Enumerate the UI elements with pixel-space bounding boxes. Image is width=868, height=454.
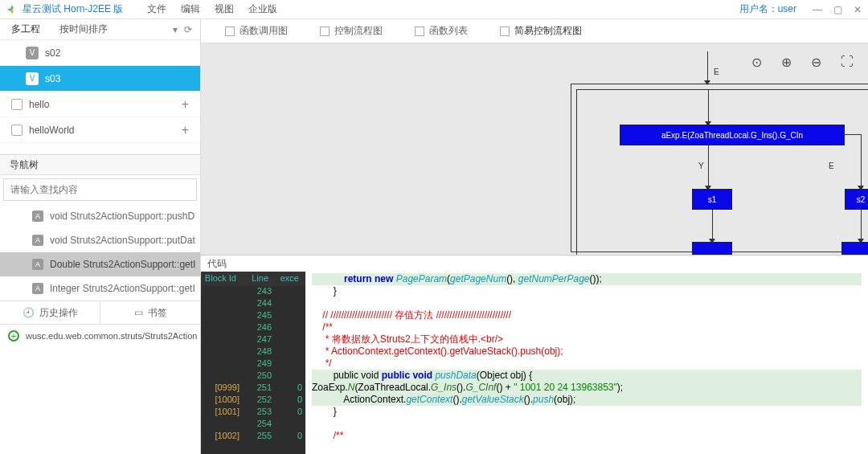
- flow-node[interactable]: [841, 242, 868, 255]
- content-area: 函数调用图 控制流程图 函数列表 简易控制流程图 ⊙ ⊕ ⊖ ⛶ E aExp.: [201, 19, 868, 454]
- zoom-reset-icon[interactable]: ⊙: [751, 55, 762, 70]
- user-info: 用户名：user: [739, 2, 796, 16]
- flow-node[interactable]: [692, 242, 732, 255]
- tree-item-s03[interactable]: Vs03: [0, 66, 200, 92]
- project-partial[interactable]: [0, 143, 200, 154]
- code-header: 代码: [201, 256, 868, 272]
- plus-circle-icon: [8, 330, 19, 342]
- flow-node-s2[interactable]: s2: [845, 189, 868, 210]
- project-icon: [11, 125, 23, 136]
- tab-control-flow[interactable]: 控制流程图: [320, 24, 383, 38]
- fullscreen-icon[interactable]: ⛶: [841, 55, 854, 70]
- app-logo-icon: [6, 4, 18, 15]
- tab-bookmark[interactable]: ▭书签: [100, 301, 200, 324]
- edge-label: Y: [698, 162, 704, 170]
- func-badge-icon: A: [32, 211, 43, 222]
- edge-label: E: [714, 67, 719, 76]
- chevron-down-icon[interactable]: ▾: [173, 24, 178, 35]
- tree-item-s02[interactable]: Vs02: [0, 40, 200, 66]
- func-item[interactable]: Avoid Struts2ActionSupport::pushD: [0, 204, 200, 228]
- code-section: 代码 Block Id Line exce 243244245246247248…: [201, 255, 868, 454]
- tab-function-list[interactable]: 函数列表: [415, 24, 468, 38]
- clock-icon: 🕘: [23, 307, 35, 318]
- refresh-icon[interactable]: ⟳: [184, 24, 192, 35]
- search-input[interactable]: [10, 184, 190, 195]
- flow-node-s1[interactable]: s1: [692, 189, 732, 210]
- nav-tree-header: 导航树: [0, 154, 200, 175]
- sidebar-tab-projects[interactable]: 多工程: [0, 22, 51, 36]
- flow-inner-frame: [576, 89, 868, 255]
- bookmark-icon: ▭: [134, 307, 143, 318]
- add-icon[interactable]: +: [182, 97, 189, 112]
- tab-call-graph[interactable]: 函数调用图: [225, 24, 288, 38]
- edge-label: E: [829, 162, 834, 170]
- version-badge-icon: V: [26, 47, 39, 59]
- flow-outer-frame: aExp.E(ZoaThreadLocal.G_Ins().G_CIn Y E …: [571, 84, 868, 252]
- tab-simple-flow[interactable]: 简易控制流程图: [500, 24, 582, 38]
- add-icon[interactable]: +: [182, 123, 189, 137]
- tab-icon: [500, 27, 510, 36]
- diagram-canvas[interactable]: ⊙ ⊕ ⊖ ⛶ E aExp.E(ZoaThreadLocal.G_Ins().…: [201, 43, 868, 255]
- menu-edit[interactable]: 编辑: [181, 2, 200, 16]
- func-badge-icon: A: [32, 283, 43, 294]
- menu-file[interactable]: 文件: [147, 2, 166, 16]
- project-helloworld[interactable]: helloWorld+: [0, 117, 200, 143]
- zoom-out-icon[interactable]: ⊖: [811, 55, 821, 70]
- search-box[interactable]: [3, 178, 197, 201]
- maximize-icon[interactable]: ▢: [833, 4, 842, 15]
- func-item[interactable]: ADouble Struts2ActionSupport::getI: [0, 252, 200, 276]
- content-tabs: 函数调用图 控制流程图 函数列表 简易控制流程图: [201, 19, 868, 43]
- sort-dropdown[interactable]: 按时间排序 ▾⟳: [51, 22, 200, 36]
- tab-icon: [320, 27, 330, 36]
- project-icon: [11, 99, 23, 110]
- flow-node-main[interactable]: aExp.E(ZoaThreadLocal.G_Ins().G_CIn: [620, 125, 845, 145]
- main-menu: 文件 编辑 视图 企业版: [147, 2, 277, 16]
- func-badge-icon: A: [32, 259, 43, 270]
- tab-icon: [225, 27, 235, 36]
- menu-view[interactable]: 视图: [215, 2, 234, 16]
- menu-enterprise[interactable]: 企业版: [248, 2, 277, 16]
- code-gutter: Block Id Line exce 243244245246247248249…: [201, 272, 305, 454]
- version-badge-icon: V: [26, 72, 39, 85]
- code-editor[interactable]: return new PageParam(getPageNum(), getNu…: [305, 272, 868, 454]
- titlebar: 星云测试 Horn-J2EE 版 文件 编辑 视图 企业版 用户名：user —…: [0, 0, 868, 19]
- func-item[interactable]: Avoid Struts2ActionSupport::putDat: [0, 228, 200, 252]
- tab-history[interactable]: 🕘历史操作: [0, 301, 100, 324]
- app-title: 星云测试 Horn-J2EE 版: [23, 2, 123, 16]
- project-hello[interactable]: hello+: [0, 92, 200, 117]
- zoom-in-icon[interactable]: ⊕: [781, 55, 792, 70]
- history-item[interactable]: wusc.edu.web.common.struts/Struts2Action: [0, 325, 200, 347]
- close-icon[interactable]: ✕: [854, 4, 862, 15]
- tab-icon: [415, 27, 424, 36]
- func-item[interactable]: AInteger Struts2ActionSupport::getI: [0, 276, 200, 301]
- func-badge-icon: A: [32, 235, 43, 246]
- window-controls: — ▢ ✕: [813, 4, 862, 15]
- sidebar: 多工程 按时间排序 ▾⟳ Vs02 Vs03 hello+ helloWorld…: [0, 19, 201, 454]
- minimize-icon[interactable]: —: [813, 4, 822, 15]
